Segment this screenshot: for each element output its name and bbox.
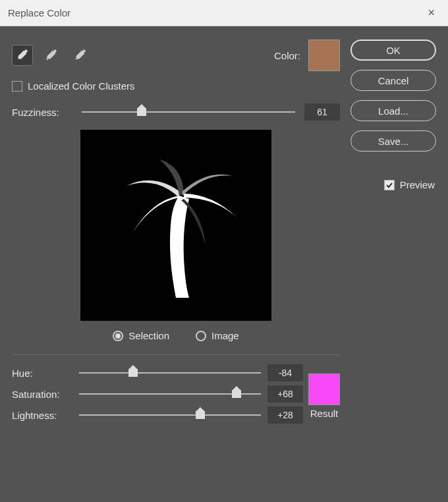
localized-checkbox[interactable] [12,81,22,92]
selection-preview [80,130,271,321]
saturation-label: Saturation: [12,389,72,400]
preview-checkbox[interactable] [384,180,395,190]
lightness-value[interactable]: +28 [267,406,303,424]
lightness-slider[interactable] [79,407,261,423]
preview-mode-radios: Selection Image [12,330,340,341]
fuzziness-slider[interactable] [82,104,295,120]
cancel-button[interactable]: Cancel [350,70,436,91]
lightness-label: Lightness: [12,410,72,421]
eyedropper-plus-icon[interactable]: + [41,45,62,66]
radio-selection[interactable]: Selection [113,330,169,341]
localized-checkbox-row: Localized Color Clusters [12,80,340,92]
fuzziness-value[interactable]: 61 [304,103,340,121]
fuzziness-row: Fuzziness: 61 [12,103,340,121]
radio-image[interactable]: Image [196,330,239,341]
hue-label: Hue: [12,368,72,379]
localized-label: Localized Color Clusters [28,80,135,92]
svg-text:+: + [45,56,49,63]
result-column: Result [308,374,340,419]
eyedropper-row: + − Color: [12,40,340,71]
titlebar: Replace Color × [0,0,448,26]
close-icon[interactable]: × [422,3,440,22]
svg-text:−: − [74,56,78,63]
source-color-swatch[interactable] [308,40,340,71]
radio-selection-label: Selection [128,330,169,341]
left-panel: + − Color: Localized Color Clusters Fuzz… [12,40,340,493]
hue-value[interactable]: -84 [267,364,303,381]
eyedropper-icon[interactable] [12,45,33,66]
divider [12,354,340,355]
fuzziness-label: Fuzziness: [12,107,72,118]
result-label: Result [310,408,339,419]
saturation-value[interactable]: +68 [267,385,303,403]
result-color-swatch[interactable] [308,374,340,405]
ok-button[interactable]: OK [350,40,436,61]
lightness-row: Lightness: +28 [12,406,303,424]
content-area: + − Color: Localized Color Clusters Fuzz… [0,26,448,502]
save-button[interactable]: Save... [350,130,436,152]
hue-slider[interactable] [79,365,261,381]
right-button-panel: OK Cancel Load... Save... Preview [350,40,436,493]
preview-checkbox-row: Preview [350,179,436,190]
adjust-block: Hue: -84 Saturation: +68 [12,364,340,428]
hue-row: Hue: -84 [12,364,303,381]
eyedropper-minus-icon[interactable]: − [70,45,91,66]
saturation-row: Saturation: +68 [12,385,303,403]
preview-label: Preview [400,179,435,190]
palm-tree-icon [90,140,262,311]
radio-image-label: Image [211,330,239,341]
replace-color-dialog: Replace Color × + − Color: Localiz [0,0,448,502]
saturation-slider[interactable] [79,386,261,402]
color-label: Color: [274,50,300,61]
window-title: Replace Color [8,7,70,18]
load-button[interactable]: Load... [350,100,436,121]
